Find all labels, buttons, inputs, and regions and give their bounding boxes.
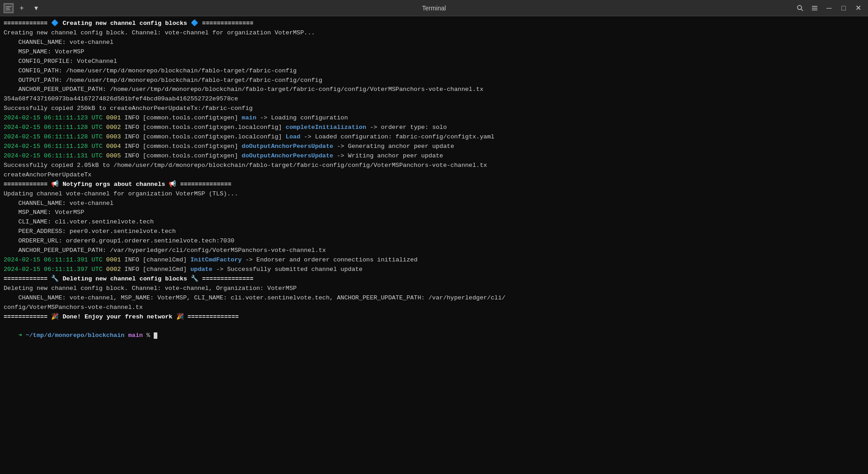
- line-updating: Updating channel vote-channel for organi…: [4, 190, 864, 199]
- line-copied2: Successfully copied 2.05kB to /home/user…: [4, 161, 864, 171]
- tab-dropdown-button[interactable]: ▾: [30, 2, 42, 14]
- svg-rect-2: [6, 8, 9, 9]
- log-line-3: 2024-02-15 06:11:11.128 UTC 0003 INFO [c…: [4, 133, 864, 142]
- title-bar-right: ─ □ ✕: [794, 2, 864, 14]
- line-header2: ============ 📢 Notyfing orgs about chann…: [4, 180, 864, 190]
- line-anchor-path2: ANCHOR_PEER_UPDATE_PATH: /var/hyperledge…: [4, 246, 864, 256]
- line-done: ============ 🎉 Done! Enjoy your fresh ne…: [4, 313, 864, 322]
- restore-button[interactable]: □: [837, 2, 850, 14]
- title-bar: + ▾ Terminal ─ □ ✕: [0, 0, 868, 16]
- line-header1: ============ 🔷 Creating new channel conf…: [4, 19, 864, 28]
- log-line-7: 2024-02-15 06:11:11.397 UTC 0002 INFO [c…: [4, 265, 864, 275]
- prompt-arrow: ➜: [18, 332, 25, 339]
- log-line-6: 2024-02-15 06:11:11.391 UTC 0001 INFO [c…: [4, 256, 864, 265]
- prompt-line[interactable]: ➜ ~/tmp/d/monorepo/blockchain main %: [4, 322, 864, 351]
- line-header3: ============ 🔧 Deleting new channel conf…: [4, 275, 864, 284]
- search-button[interactable]: [794, 2, 807, 14]
- svg-rect-3: [6, 9, 10, 10]
- line-creating: Creating new channel config block. Chann…: [4, 28, 864, 38]
- app-icon: [4, 3, 14, 13]
- line-deleting: Deleting new channel config block. Chann…: [4, 284, 864, 294]
- line-output-path: OUTPUT_PATH: /home/user/tmp/d/monorepo/b…: [4, 76, 864, 85]
- prompt-branch: main: [128, 332, 143, 339]
- minimize-button[interactable]: ─: [823, 2, 835, 14]
- svg-point-4: [797, 5, 802, 9]
- svg-rect-1: [6, 6, 11, 7]
- line-config-profile: CONFIG_PROFILE: VoteChannel: [4, 57, 864, 66]
- log-line-4: 2024-02-15 06:11:11.128 UTC 0004 INFO [c…: [4, 142, 864, 152]
- title-bar-left: + ▾: [4, 2, 42, 14]
- line-deleting3: config/VoterMSPanchors-vote-channel.tx: [4, 303, 864, 313]
- line-cli-name: CLI_NAME: cli.voter.sentinelvote.tech: [4, 218, 864, 227]
- line-deleting2: CHANNEL_NAME: vote-channel, MSP_NAME: Vo…: [4, 294, 864, 303]
- line-anchor-path: ANCHOR_PEER_UPDATE_PATH: /home/user/tmp/…: [4, 85, 864, 95]
- close-button[interactable]: ✕: [852, 2, 864, 14]
- line-msp-name2: MSP_NAME: VoterMSP: [4, 208, 864, 218]
- log-line-1: 2024-02-15 06:11:11.123 UTC 0001 INFO [c…: [4, 114, 864, 123]
- line-config-path: CONFIG_PATH: /home/user/tmp/d/monorepo/b…: [4, 66, 864, 76]
- prompt-path: ~/tmp/d/monorepo/blockchain: [26, 332, 125, 339]
- line-hash: 354a68f7437160973ba44167274826d501bfef4b…: [4, 95, 864, 104]
- window-title: Terminal: [422, 5, 446, 12]
- line-channel-name: CHANNEL_NAME: vote-channel: [4, 38, 864, 47]
- cursor: [154, 332, 157, 339]
- line-orderer-url: ORDERER_URL: orderer0.group1.orderer.sen…: [4, 237, 864, 246]
- terminal-body[interactable]: ============ 🔷 Creating new channel conf…: [0, 16, 868, 474]
- new-tab-button[interactable]: +: [15, 2, 28, 14]
- log-line-2: 2024-02-15 06:11:11.128 UTC 0002 INFO [c…: [4, 123, 864, 133]
- line-channel-name2: CHANNEL_NAME: vote-channel: [4, 199, 864, 209]
- hamburger-button[interactable]: [808, 2, 821, 14]
- line-peer-address: PEER_ADDRESS: peer0.voter.sentinelvote.t…: [4, 227, 864, 237]
- line-copied1: Successfully copied 250kB to createAncho…: [4, 104, 864, 114]
- line-createanchor: createAnchorPeerUpdateTx: [4, 171, 864, 180]
- log-line-5: 2024-02-15 06:11:11.131 UTC 0005 INFO [c…: [4, 152, 864, 161]
- svg-line-5: [801, 9, 803, 11]
- line-msp-name: MSP_NAME: VoterMSP: [4, 47, 864, 57]
